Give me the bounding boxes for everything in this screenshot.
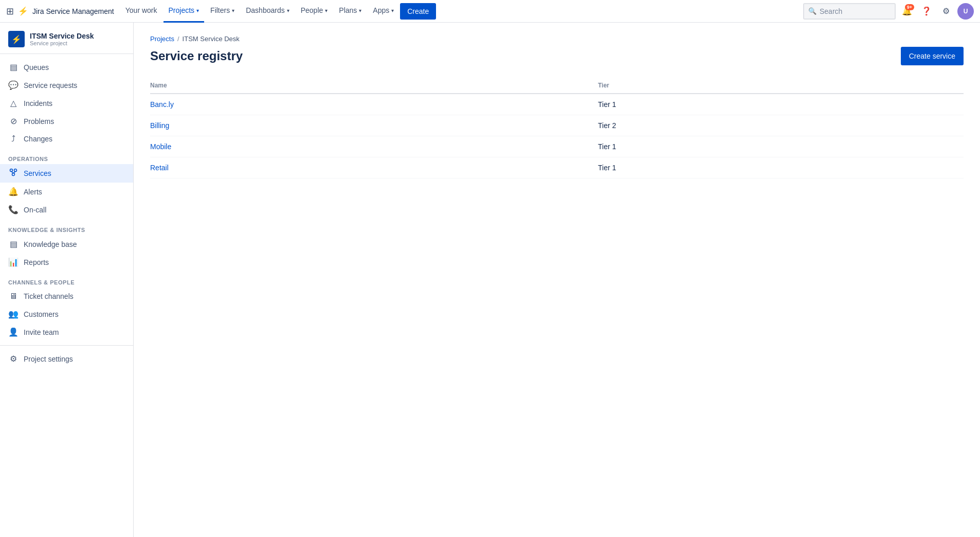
- sidebar-item-label: Invite team: [24, 328, 59, 336]
- sidebar-item-label: Reports: [24, 258, 49, 266]
- sidebar-item-alerts[interactable]: 🔔 Alerts: [0, 183, 133, 201]
- svg-line-3: [11, 172, 13, 173]
- notification-badge: 9+: [905, 4, 914, 10]
- sidebar-item-problems[interactable]: ⊘ Problems: [0, 112, 133, 130]
- page-header: Service registry Create service: [150, 47, 964, 65]
- reports-icon: 📊: [8, 257, 19, 267]
- create-service-button[interactable]: Create service: [901, 47, 964, 65]
- table-body: Banc.lyTier 1BillingTier 2MobileTier 1Re…: [150, 94, 964, 178]
- project-type: Service project: [30, 40, 94, 46]
- operations-section-label: OPERATIONS: [0, 148, 133, 164]
- sidebar-item-label: Customers: [24, 310, 59, 318]
- sidebar-item-label: On-call: [24, 206, 46, 214]
- topnav-right: 🔍 Search 🔔 9+ ❓ ⚙ U: [803, 3, 974, 20]
- create-button[interactable]: Create: [400, 3, 436, 20]
- chevron-down-icon: ▾: [196, 8, 199, 13]
- chevron-down-icon: ▾: [391, 8, 394, 13]
- nav-your-work[interactable]: Your work: [120, 0, 162, 23]
- svg-point-1: [14, 169, 17, 172]
- grid-icon[interactable]: ⊞: [6, 6, 14, 17]
- project-name: ITSM Service Desk: [30, 32, 94, 40]
- page-title: Service registry: [150, 49, 243, 63]
- sidebar-item-label: Services: [24, 169, 51, 177]
- top-navigation: ⊞ ⚡ Jira Service Management Your work Pr…: [0, 0, 980, 23]
- nav-apps[interactable]: Apps ▾: [368, 0, 399, 23]
- sidebar-item-label: Changes: [24, 135, 52, 143]
- project-info: ITSM Service Desk Service project: [30, 32, 94, 46]
- main-content: Projects / ITSM Service Desk Service reg…: [134, 23, 980, 537]
- sidebar-item-on-call[interactable]: 📞 On-call: [0, 201, 133, 219]
- tier-column-header: Tier: [598, 78, 964, 94]
- ticket-channels-icon: 🖥: [8, 292, 19, 301]
- settings-button[interactable]: ⚙: [938, 3, 954, 20]
- alerts-icon: 🔔: [8, 187, 19, 196]
- incidents-icon: △: [8, 98, 19, 108]
- channels-section-label: CHANNELS & PEOPLE: [0, 271, 133, 288]
- svg-line-4: [13, 172, 15, 173]
- on-call-icon: 📞: [8, 205, 19, 214]
- sidebar-nav: ▤ Queues 💬 Service requests △ Incidents …: [0, 54, 133, 372]
- customers-icon: 👥: [8, 309, 19, 319]
- main-layout: ⚡ ITSM Service Desk Service project ▤ Qu…: [0, 23, 980, 537]
- svg-point-2: [12, 173, 15, 176]
- nav-people[interactable]: People ▾: [296, 0, 333, 23]
- service-name-cell[interactable]: Banc.ly: [150, 94, 598, 115]
- sidebar-item-label: Knowledge base: [24, 240, 77, 248]
- sidebar-item-label: Alerts: [24, 188, 42, 196]
- sidebar-item-customers[interactable]: 👥 Customers: [0, 305, 133, 323]
- table-row: Banc.lyTier 1: [150, 94, 964, 115]
- sidebar-item-reports[interactable]: 📊 Reports: [0, 253, 133, 271]
- table-row: MobileTier 1: [150, 136, 964, 157]
- project-icon-symbol: ⚡: [11, 34, 22, 44]
- chevron-down-icon: ▾: [325, 8, 328, 13]
- service-name-cell[interactable]: Retail: [150, 157, 598, 178]
- service-registry-table: Name Tier Banc.lyTier 1BillingTier 2Mobi…: [150, 78, 964, 178]
- nav-plans[interactable]: Plans ▾: [334, 0, 367, 23]
- queues-icon: ▤: [8, 62, 19, 72]
- help-button[interactable]: ❓: [918, 3, 935, 20]
- service-tier-cell: Tier 1: [598, 157, 964, 178]
- sidebar-item-changes[interactable]: ⤴ Changes: [0, 130, 133, 148]
- sidebar-item-project-settings[interactable]: ⚙ Project settings: [0, 350, 133, 368]
- service-name-cell[interactable]: Billing: [150, 115, 598, 136]
- problems-icon: ⊘: [8, 116, 19, 126]
- nav-projects[interactable]: Projects ▾: [164, 0, 205, 23]
- sidebar-item-label: Problems: [24, 117, 54, 126]
- table-header: Name Tier: [150, 78, 964, 94]
- nav-filters[interactable]: Filters ▾: [205, 0, 240, 23]
- sidebar-item-service-requests[interactable]: 💬 Service requests: [0, 76, 133, 94]
- sidebar-item-queues[interactable]: ▤ Queues: [0, 58, 133, 76]
- table-row: RetailTier 1: [150, 157, 964, 178]
- sidebar-item-knowledge-base[interactable]: ▤ Knowledge base: [0, 235, 133, 253]
- sidebar-project[interactable]: ⚡ ITSM Service Desk Service project: [0, 23, 133, 54]
- knowledge-base-icon: ▤: [8, 239, 19, 249]
- breadcrumb: Projects / ITSM Service Desk: [150, 35, 964, 43]
- search-icon: 🔍: [808, 7, 816, 15]
- service-tier-cell: Tier 2: [598, 115, 964, 136]
- nav-dashboards[interactable]: Dashboards ▾: [241, 0, 295, 23]
- service-name-cell[interactable]: Mobile: [150, 136, 598, 157]
- app-name: Jira Service Management: [32, 7, 114, 15]
- svg-point-0: [10, 169, 13, 172]
- sidebar: ⚡ ITSM Service Desk Service project ▤ Qu…: [0, 23, 134, 537]
- name-column-header: Name: [150, 78, 598, 94]
- sidebar-item-label: Project settings: [24, 355, 73, 363]
- sidebar-item-label: Queues: [24, 63, 49, 71]
- table-row: BillingTier 2: [150, 115, 964, 136]
- breadcrumb-projects-link[interactable]: Projects: [150, 35, 174, 43]
- app-logo[interactable]: ⊞ ⚡ Jira Service Management: [6, 6, 114, 17]
- search-box[interactable]: 🔍 Search: [803, 3, 896, 20]
- knowledge-section-label: KNOWLEDGE & INSIGHTS: [0, 219, 133, 235]
- service-requests-icon: 💬: [8, 80, 19, 90]
- sidebar-item-invite-team[interactable]: 👤 Invite team: [0, 323, 133, 341]
- sidebar-item-ticket-channels[interactable]: 🖥 Ticket channels: [0, 288, 133, 305]
- sidebar-item-services[interactable]: Services: [0, 164, 133, 183]
- avatar[interactable]: U: [957, 3, 974, 20]
- project-icon: ⚡: [8, 31, 25, 47]
- notifications-button[interactable]: 🔔 9+: [899, 3, 915, 20]
- services-icon: [8, 168, 19, 178]
- invite-team-icon: 👤: [8, 327, 19, 337]
- nav-links: Your work Projects ▾ Filters ▾ Dashboard…: [120, 0, 801, 23]
- jira-icon: ⚡: [18, 6, 28, 16]
- sidebar-item-incidents[interactable]: △ Incidents: [0, 94, 133, 112]
